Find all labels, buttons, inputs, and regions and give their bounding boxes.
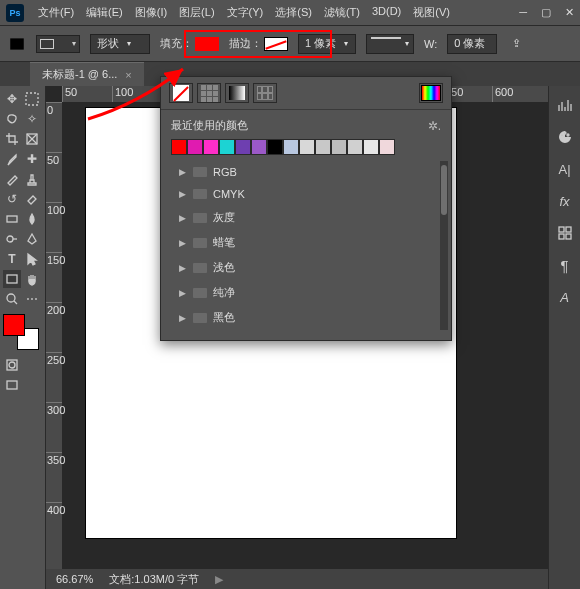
lasso-tool[interactable] bbox=[3, 110, 21, 128]
expand-icon[interactable]: ▶ bbox=[179, 288, 187, 298]
shape-selector[interactable]: ▾ bbox=[36, 35, 80, 53]
move-tool[interactable]: ✥ bbox=[3, 90, 21, 108]
expand-icon[interactable]: ▶ bbox=[179, 213, 187, 223]
svg-rect-17 bbox=[559, 227, 564, 232]
popup-scrollbar[interactable] bbox=[440, 161, 448, 330]
stamp-tool[interactable] bbox=[23, 170, 41, 188]
zoom-level[interactable]: 66.67% bbox=[56, 573, 93, 585]
expand-icon[interactable]: ▶ bbox=[179, 313, 187, 323]
stroke-width-value: 1 像素 bbox=[305, 36, 336, 51]
swatch[interactable] bbox=[347, 139, 363, 155]
stroke-swatch[interactable] bbox=[264, 37, 288, 51]
swatch-group-row[interactable]: ▶灰度 bbox=[171, 205, 441, 230]
fill-pattern-button[interactable] bbox=[253, 83, 277, 103]
crop-tool[interactable] bbox=[3, 130, 21, 148]
blur-tool[interactable] bbox=[23, 210, 41, 228]
fill-solid-button[interactable] bbox=[197, 83, 221, 103]
swatch[interactable] bbox=[187, 139, 203, 155]
expand-icon[interactable]: ▶ bbox=[179, 167, 187, 177]
expand-icon[interactable]: ▶ bbox=[179, 263, 187, 273]
panel-glyphs-icon[interactable]: A bbox=[555, 288, 575, 306]
swatches-menu-icon[interactable]: ✲. bbox=[428, 119, 441, 133]
swatch-group-row[interactable]: ▶蜡笔 bbox=[171, 230, 441, 255]
svg-point-9 bbox=[7, 294, 15, 302]
frame-tool[interactable] bbox=[23, 130, 41, 148]
marquee-tool[interactable] bbox=[23, 90, 41, 108]
doc-info[interactable]: 文档:1.03M/0 字节 bbox=[109, 572, 199, 587]
swatch[interactable] bbox=[235, 139, 251, 155]
swatch-group-row[interactable]: ▶纯净 bbox=[171, 280, 441, 305]
swatch[interactable] bbox=[331, 139, 347, 155]
quickmask-toggle[interactable] bbox=[3, 356, 21, 374]
swatch-group-row[interactable]: ▶黑色 bbox=[171, 305, 441, 330]
eyedropper-tool[interactable] bbox=[3, 150, 21, 168]
minimize-button[interactable]: ─ bbox=[519, 6, 527, 19]
group-label: RGB bbox=[213, 166, 237, 178]
panel-histogram-icon[interactable] bbox=[555, 96, 575, 114]
swatch[interactable] bbox=[219, 139, 235, 155]
eraser-tool[interactable] bbox=[23, 190, 41, 208]
wand-tool[interactable]: ✧ bbox=[23, 110, 41, 128]
menu-type[interactable]: 文字(Y) bbox=[223, 3, 268, 22]
color-fg-bg[interactable] bbox=[3, 314, 39, 350]
healing-tool[interactable]: ✚ bbox=[23, 150, 41, 168]
menu-view[interactable]: 视图(V) bbox=[409, 3, 454, 22]
color-picker-button[interactable] bbox=[419, 83, 443, 103]
tab-close-icon[interactable]: × bbox=[125, 69, 131, 81]
stroke-width-dropdown[interactable]: 1 像素▾ bbox=[298, 34, 356, 54]
close-button[interactable]: ✕ bbox=[565, 6, 574, 19]
swatch[interactable] bbox=[299, 139, 315, 155]
expand-icon[interactable]: ▶ bbox=[179, 189, 187, 199]
panel-character-icon[interactable]: A| bbox=[555, 160, 575, 178]
menu-file[interactable]: 文件(F) bbox=[34, 3, 78, 22]
type-tool[interactable]: T bbox=[3, 250, 21, 268]
swatch-group-row[interactable]: ▶RGB bbox=[171, 161, 441, 183]
swatch[interactable] bbox=[379, 139, 395, 155]
document-tab[interactable]: 未标题-1 @ 6... × bbox=[30, 62, 144, 86]
menu-layer[interactable]: 图层(L) bbox=[175, 3, 218, 22]
swatch-group-row[interactable]: ▶CMYK bbox=[171, 183, 441, 205]
zoom-tool[interactable] bbox=[3, 290, 21, 308]
shape-mode-dropdown[interactable]: 形状▾ bbox=[90, 34, 150, 54]
group-label: 灰度 bbox=[213, 210, 235, 225]
status-arrow-icon[interactable]: ▶ bbox=[215, 573, 223, 586]
group-label: 浅色 bbox=[213, 260, 235, 275]
brush-tool[interactable] bbox=[3, 170, 21, 188]
history-brush-tool[interactable]: ↺ bbox=[3, 190, 21, 208]
gradient-tool[interactable] bbox=[3, 210, 21, 228]
menu-image[interactable]: 图像(I) bbox=[131, 3, 171, 22]
panel-color-icon[interactable] bbox=[555, 128, 575, 146]
maximize-button[interactable]: ▢ bbox=[541, 6, 551, 19]
share-icon[interactable]: ⇪ bbox=[507, 35, 525, 53]
swatch-group-row[interactable]: ▶浅色 bbox=[171, 255, 441, 280]
menu-edit[interactable]: 编辑(E) bbox=[82, 3, 127, 22]
menu-select[interactable]: 选择(S) bbox=[271, 3, 316, 22]
pen-tool[interactable] bbox=[23, 230, 41, 248]
screenmode-toggle[interactable] bbox=[3, 376, 21, 394]
swatch[interactable] bbox=[267, 139, 283, 155]
panel-styles-icon[interactable]: fx bbox=[555, 192, 575, 210]
menu-3d[interactable]: 3D(D) bbox=[368, 3, 405, 22]
foreground-color[interactable] bbox=[3, 314, 25, 336]
swatch[interactable] bbox=[283, 139, 299, 155]
path-select-tool[interactable] bbox=[23, 250, 41, 268]
swatch[interactable] bbox=[203, 139, 219, 155]
rectangle-tool[interactable] bbox=[3, 270, 21, 288]
swatch[interactable] bbox=[315, 139, 331, 155]
swatch[interactable] bbox=[251, 139, 267, 155]
swatch[interactable] bbox=[363, 139, 379, 155]
fill-swatch[interactable] bbox=[195, 37, 219, 51]
dodge-tool[interactable] bbox=[3, 230, 21, 248]
w-field[interactable]: 0 像素 bbox=[447, 34, 497, 54]
fill-none-button[interactable] bbox=[169, 83, 193, 103]
more-tools[interactable]: ⋯ bbox=[23, 290, 41, 308]
tool-preset-icon[interactable] bbox=[8, 35, 26, 53]
menu-filter[interactable]: 滤镜(T) bbox=[320, 3, 364, 22]
swatch[interactable] bbox=[171, 139, 187, 155]
fill-gradient-button[interactable] bbox=[225, 83, 249, 103]
stroke-style-dropdown[interactable]: ▾ bbox=[366, 34, 414, 54]
panel-swatches-icon[interactable] bbox=[555, 224, 575, 242]
hand-tool[interactable] bbox=[23, 270, 41, 288]
panel-paragraph-icon[interactable]: ¶ bbox=[555, 256, 575, 274]
expand-icon[interactable]: ▶ bbox=[179, 238, 187, 248]
